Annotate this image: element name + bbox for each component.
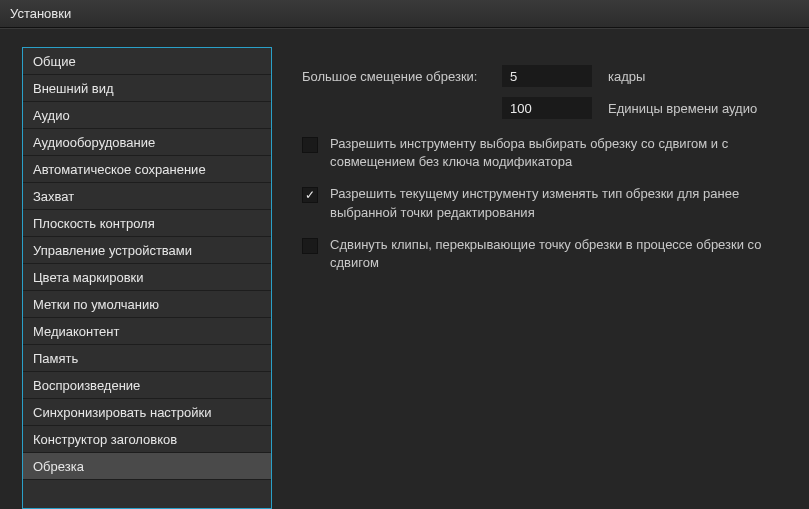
- sidebar-item[interactable]: Аудиооборудование: [23, 129, 271, 156]
- checkbox[interactable]: [302, 238, 318, 254]
- checkbox-label: Разрешить инструменту выбора выбирать об…: [330, 135, 780, 171]
- big-trim-offset-frames-row: Большое смещение обрезки: кадры: [302, 63, 789, 89]
- sidebar-item[interactable]: Воспроизведение: [23, 372, 271, 399]
- big-trim-offset-audio-row: Единицы времени аудио: [302, 95, 789, 121]
- sidebar-item[interactable]: Обрезка: [23, 453, 271, 480]
- big-trim-offset-frames-input[interactable]: [502, 65, 592, 87]
- content-pane: Большое смещение обрезки: кадры Единицы …: [272, 47, 809, 509]
- sidebar-item[interactable]: Плоскость контроля: [23, 210, 271, 237]
- checkbox-row: Разрешить инструменту выбора выбирать об…: [302, 135, 789, 171]
- sidebar-item[interactable]: Управление устройствами: [23, 237, 271, 264]
- sidebar-item[interactable]: Внешний вид: [23, 75, 271, 102]
- checkbox-label: Разрешить текущему инструменту изменять …: [330, 185, 780, 221]
- audio-unit-label: Единицы времени аудио: [608, 101, 757, 116]
- checkbox-row: Сдвинуть клипы, перекрывающие точку обре…: [302, 236, 789, 272]
- sidebar-item[interactable]: Метки по умолчанию: [23, 291, 271, 318]
- big-trim-offset-label: Большое смещение обрезки:: [302, 69, 502, 84]
- sidebar-item[interactable]: Общие: [23, 48, 271, 75]
- sidebar-item[interactable]: Автоматическое сохранение: [23, 156, 271, 183]
- preferences-window: Установки ОбщиеВнешний видАудиоАудиообор…: [0, 0, 809, 509]
- sidebar-item[interactable]: Конструктор заголовков: [23, 426, 271, 453]
- body: ОбщиеВнешний видАудиоАудиооборудованиеАв…: [0, 28, 809, 509]
- sidebar-item[interactable]: Захват: [23, 183, 271, 210]
- category-sidebar: ОбщиеВнешний видАудиоАудиооборудованиеАв…: [22, 47, 272, 509]
- sidebar-item[interactable]: Медиаконтент: [23, 318, 271, 345]
- big-trim-offset-audio-input[interactable]: [502, 97, 592, 119]
- checkbox[interactable]: [302, 187, 318, 203]
- checkbox-row: Разрешить текущему инструменту изменять …: [302, 185, 789, 221]
- window-title: Установки: [10, 6, 71, 21]
- sidebar-item[interactable]: Синхронизировать настройки: [23, 399, 271, 426]
- sidebar-item[interactable]: Цвета маркировки: [23, 264, 271, 291]
- frames-unit-label: кадры: [608, 69, 645, 84]
- titlebar: Установки: [0, 0, 809, 28]
- sidebar-item[interactable]: Аудио: [23, 102, 271, 129]
- checkbox-label: Сдвинуть клипы, перекрывающие точку обре…: [330, 236, 780, 272]
- sidebar-item[interactable]: Память: [23, 345, 271, 372]
- checkbox[interactable]: [302, 137, 318, 153]
